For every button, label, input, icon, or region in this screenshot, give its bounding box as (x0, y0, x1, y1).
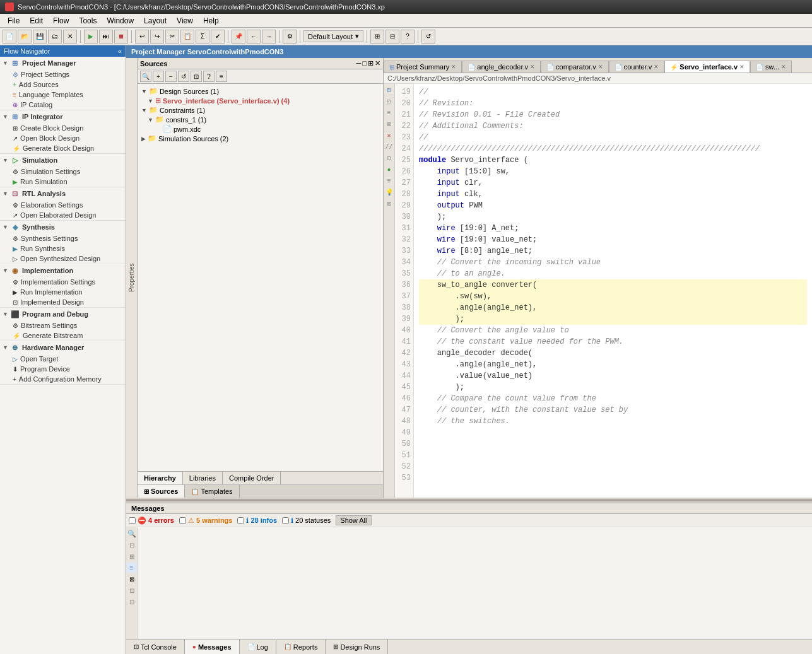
arrow-right-button[interactable]: → (262, 30, 276, 44)
code-lines[interactable]: // // Revision:// Revision 0.01 - File C… (414, 84, 812, 498)
nav-implementation-settings[interactable]: ⚙ Implementation Settings (0, 277, 126, 287)
bottom-tab-messages[interactable]: ● Messages (185, 639, 240, 654)
refresh-button[interactable]: ↺ (421, 30, 435, 44)
nav-program-device[interactable]: ⬇ Program Device (0, 364, 126, 374)
tab-project-summary-close[interactable]: ✕ (451, 64, 456, 70)
sources-maximize-button[interactable]: ⊞ (368, 59, 374, 67)
run-button[interactable]: ▶ (84, 30, 98, 44)
maximize-button[interactable]: ⊟ (385, 30, 399, 44)
show-all-button[interactable]: Show All (336, 515, 371, 525)
msg-icon-filter[interactable]: ⊠ (127, 574, 137, 584)
menu-file[interactable]: File (3, 15, 25, 26)
open-button[interactable]: 📂 (18, 30, 32, 44)
tree-simulation-sources[interactable]: ▶ 📁 Simulation Sources (2) (140, 134, 380, 143)
sum-button[interactable]: Σ (196, 30, 209, 44)
tab-angle-decoder[interactable]: 📄 angle_decoder.v ✕ (462, 61, 541, 73)
properties-sidebar[interactable]: Properties (126, 58, 138, 498)
tab-libraries[interactable]: Libraries (183, 472, 223, 484)
menu-flow[interactable]: Flow (48, 15, 74, 26)
pin-button[interactable]: 📌 (232, 30, 245, 44)
ip-integrator-header[interactable]: ▼ ⊞ IP Integrator (0, 110, 126, 123)
menu-help[interactable]: Help (198, 15, 224, 26)
tree-servo-interface[interactable]: ▼ ⊞ Servo_interface (Servo_interface.v) … (140, 96, 380, 105)
nav-open-elaborated-design[interactable]: ↗ Open Elaborated Design (0, 210, 126, 220)
redo-button[interactable]: ↪ (150, 30, 164, 44)
tab-project-summary[interactable]: ⊞ Project Summary ✕ (384, 61, 462, 73)
flow-nav-collapse-icon[interactable]: « (118, 47, 122, 55)
nav-open-target[interactable]: ▷ Open Target (0, 354, 126, 364)
filter-errors-checkbox[interactable] (129, 517, 136, 524)
nav-implemented-design[interactable]: ⊡ Implemented Design (0, 297, 126, 307)
tab-servo-interface[interactable]: ⚡ Servo_interface.v ✕ (664, 61, 750, 73)
tab-angle-decoder-close[interactable]: ✕ (530, 64, 535, 70)
msg-icon-3[interactable]: ≡ (127, 563, 137, 573)
src-help-button[interactable]: ? (203, 71, 215, 82)
src-properties-button[interactable]: ⊡ (191, 71, 202, 82)
layout-selector[interactable]: Default Layout ▾ (303, 30, 363, 42)
nav-run-synthesis[interactable]: ▶ Run Synthesis (0, 243, 126, 254)
bottom-tab-reports[interactable]: 📋 Reports (276, 639, 326, 654)
menu-window[interactable]: Window (102, 15, 139, 26)
sources-restore-button[interactable]: □ (362, 59, 367, 67)
filter-statuses-checkbox[interactable] (282, 517, 289, 524)
nav-generate-block-design[interactable]: ⚡ Generate Block Design (0, 143, 126, 153)
close-button[interactable]: ✕ (63, 30, 77, 44)
sources-minimize-button[interactable]: ─ (356, 59, 362, 67)
src-search-button[interactable]: 🔍 (140, 71, 151, 82)
tab-sw[interactable]: 📄 sw... ✕ (750, 61, 792, 73)
tab-templates-bottom[interactable]: 📋 Templates (185, 485, 239, 498)
hardware-manager-header[interactable]: ▼ ⊕ Hardware Manager (0, 341, 126, 354)
step-button[interactable]: ⏭ (99, 30, 113, 44)
nav-open-synthesized-design[interactable]: ▷ Open Synthesized Design (0, 254, 126, 264)
editor-bottom-divider[interactable] (126, 499, 812, 501)
tree-pwm-xdc[interactable]: ▼ 📄 pwm.xdc (140, 124, 380, 134)
restore-layout-button[interactable]: ⊞ (370, 30, 384, 44)
tree-constraints[interactable]: ▼ 📁 Constraints (1) (140, 105, 380, 115)
nav-synthesis-settings[interactable]: ⚙ Synthesis Settings (0, 233, 126, 243)
save-button[interactable]: 💾 (33, 30, 47, 44)
src-refresh-button[interactable]: ↺ (178, 71, 189, 82)
nav-add-sources[interactable]: + Add Sources (0, 79, 126, 90)
nav-run-implementation[interactable]: ▶ Run Implementation (0, 287, 126, 297)
check-button[interactable]: ✔ (211, 30, 225, 44)
nav-open-block-design[interactable]: ↗ Open Block Design (0, 133, 126, 143)
tab-sw-close[interactable]: ✕ (781, 64, 786, 70)
nav-ip-catalog[interactable]: ⊕ IP Catalog (0, 100, 126, 110)
tree-design-sources[interactable]: ▼ 📁 Design Sources (1) (140, 86, 380, 96)
msg-icon-search[interactable]: 🔍 (127, 528, 137, 539)
implementation-header[interactable]: ▼ ◉ Implementation (0, 264, 126, 277)
nav-elaboration-settings[interactable]: ⚙ Elaboration Settings (0, 200, 126, 210)
undo-button[interactable]: ↩ (135, 30, 149, 44)
rtl-header[interactable]: ▼ ⊡ RTL Analysis (0, 187, 126, 200)
tab-comparator[interactable]: 📄 comparator.v ✕ (541, 61, 609, 73)
project-manager-header[interactable]: ▼ ⊞ Project Manager (0, 57, 126, 69)
nav-language-templates[interactable]: ≡ Language Templates (0, 90, 126, 100)
tab-servo-interface-close[interactable]: ✕ (739, 64, 744, 70)
bottom-tab-tcl-console[interactable]: ⊡ Tcl Console (126, 639, 185, 654)
nav-simulation-settings[interactable]: ⚙ Simulation Settings (0, 166, 126, 177)
stop-button[interactable]: ⏹ (114, 30, 128, 44)
src-remove-button[interactable]: − (165, 71, 177, 82)
tab-counter-close[interactable]: ✕ (654, 64, 659, 70)
help2-button[interactable]: ? (401, 30, 415, 44)
arrow-left-button[interactable]: ← (247, 30, 261, 44)
nav-create-block-design[interactable]: ⊞ Create Block Design (0, 123, 126, 133)
tab-compile-order[interactable]: Compile Order (223, 472, 281, 484)
synthesis-header[interactable]: ▼ ◈ Synthesis (0, 221, 126, 233)
filter-warnings-checkbox[interactable] (179, 517, 186, 524)
bottom-tab-log[interactable]: 📄 Log (240, 639, 276, 654)
cut-button[interactable]: ✂ (165, 30, 179, 44)
tab-counter[interactable]: 📄 counter.v ✕ (609, 61, 665, 73)
program-debug-header[interactable]: ▼ ⬛ Program and Debug (0, 308, 126, 320)
copy-button[interactable]: 📋 (180, 30, 194, 44)
menu-edit[interactable]: Edit (25, 15, 48, 26)
nav-bitstream-settings[interactable]: ⚙ Bitstream Settings (0, 320, 126, 330)
filter-infos-checkbox[interactable] (237, 517, 244, 524)
nav-run-simulation[interactable]: ▶ Run Simulation (0, 177, 126, 187)
tab-comparator-close[interactable]: ✕ (598, 64, 603, 70)
nav-generate-bitstream[interactable]: ⚡ Generate Bitstream (0, 330, 126, 341)
bottom-tab-design-runs[interactable]: ⊞ Design Runs (326, 639, 388, 654)
simulation-header[interactable]: ▼ ▷ Simulation (0, 154, 126, 166)
src-more-button[interactable]: ≡ (216, 71, 227, 82)
tab-hierarchy[interactable]: Hierarchy (138, 472, 183, 484)
